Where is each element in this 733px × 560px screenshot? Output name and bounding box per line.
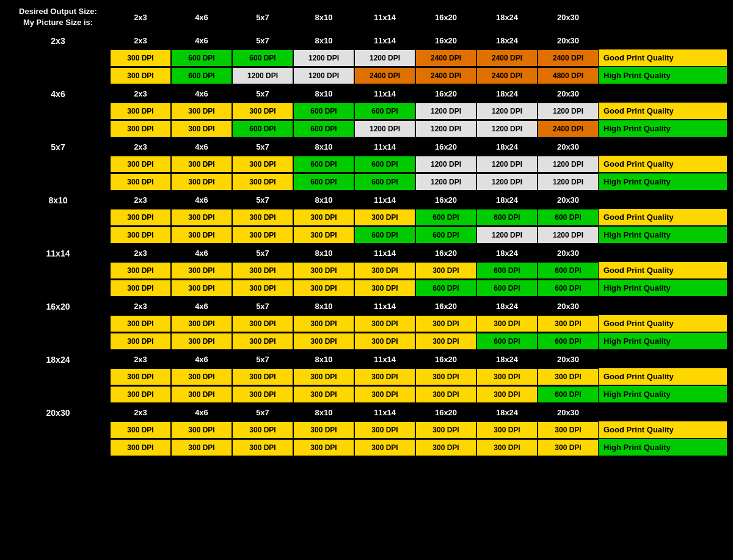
row-label: 4x6 — [6, 89, 110, 99]
cells: 300 DPI300 DPI300 DPI300 DPI300 DPI300 D… — [110, 263, 599, 278]
dpi-cell: 600 DPI — [172, 50, 232, 66]
sub-col-header: 5x7 — [232, 300, 293, 313]
dpi-cell: 600 DPI — [477, 209, 537, 225]
sub-col-header: 18x24 — [476, 406, 538, 419]
dpi-cell: 1200 DPI — [355, 121, 415, 137]
dpi-cell: 300 DPI — [538, 369, 598, 385]
data-row: 300 DPI300 DPI300 DPI300 DPI300 DPI300 D… — [6, 262, 727, 278]
cells: 300 DPI600 DPI600 DPI1200 DPI1200 DPI240… — [110, 50, 599, 66]
dpi-cell: 300 DPI — [477, 422, 537, 438]
cells: 300 DPI300 DPI300 DPI300 DPI300 DPI300 D… — [110, 333, 599, 349]
dpi-cell: 300 DPI — [172, 440, 232, 456]
sub-col-headers: 2x34x65x78x1011x1416x2018x2420x30 — [110, 140, 599, 153]
dpi-cell: 300 DPI — [416, 440, 476, 456]
row-label: 2x3 — [6, 36, 110, 46]
dpi-cell: 300 DPI — [111, 263, 170, 278]
dpi-cell: 300 DPI — [294, 316, 354, 332]
dpi-cell: 300 DPI — [477, 387, 537, 402]
cells: 300 DPI300 DPI300 DPI600 DPI600 DPI1200 … — [110, 156, 599, 172]
sub-col-header: 16x20 — [415, 353, 476, 366]
dpi-cell: 300 DPI — [111, 387, 170, 402]
dpi-cell: 600 DPI — [294, 156, 354, 172]
sub-header-row: 16x202x34x65x78x1011x1416x2018x2420x30 — [6, 297, 727, 315]
sub-col-header: 20x30 — [538, 300, 599, 313]
row-label: 11x14 — [6, 249, 110, 258]
data-row: 300 DPI300 DPI300 DPI600 DPI600 DPI1200 … — [6, 156, 727, 172]
dpi-cell: 300 DPI — [416, 263, 476, 278]
dpi-cell: 600 DPI — [416, 227, 476, 243]
dpi-cell: 1200 DPI — [477, 156, 537, 172]
high-quality-label: High Print Quality — [599, 67, 727, 84]
sub-col-header: 20x30 — [538, 194, 599, 206]
dpi-cell: 1200 DPI — [416, 121, 476, 137]
dpi-cell: 300 DPI — [111, 103, 170, 119]
sub-col-header: 2x3 — [110, 247, 171, 260]
dpi-cell: 300 DPI — [233, 174, 293, 190]
dpi-cell: 1200 DPI — [416, 103, 476, 119]
dpi-cell: 300 DPI — [172, 316, 232, 332]
data-row: 300 DPI300 DPI300 DPI600 DPI600 DPI1200 … — [6, 103, 727, 119]
dpi-cell: 2400 DPI — [538, 50, 598, 66]
dpi-cell: 300 DPI — [416, 369, 476, 385]
high-quality-label: High Print Quality — [599, 386, 727, 402]
dpi-cell: 1200 DPI — [416, 174, 476, 190]
dpi-cell: 300 DPI — [538, 440, 598, 456]
dpi-cell: 4800 DPI — [538, 68, 598, 84]
good-quality-label: Good Print Quality — [599, 262, 727, 278]
sub-col-headers: 2x34x65x78x1011x1416x2018x2420x30 — [110, 406, 599, 419]
good-quality-label: Good Print Quality — [599, 49, 727, 66]
dpi-cell: 300 DPI — [294, 227, 354, 243]
dpi-cell: 600 DPI — [477, 280, 537, 296]
dpi-cell: 1200 DPI — [538, 227, 598, 243]
sub-col-header: 20x30 — [538, 34, 599, 47]
dpi-cell: 300 DPI — [172, 156, 232, 172]
good-quality-label: Good Print Quality — [599, 421, 727, 438]
data-row: 300 DPI300 DPI300 DPI300 DPI300 DPI300 D… — [6, 315, 727, 332]
sub-header-row: 18x242x34x65x78x1011x1416x2018x2420x30 — [6, 351, 727, 368]
dpi-cell: 300 DPI — [172, 422, 232, 438]
dpi-cell: 1200 DPI — [538, 156, 598, 172]
good-quality-label: Good Print Quality — [599, 156, 727, 172]
col-header-18x24: 18x24 — [476, 10, 538, 24]
dpi-cell: 600 DPI — [355, 156, 415, 172]
sub-col-header: 8x10 — [293, 353, 354, 366]
cells: 300 DPI600 DPI1200 DPI1200 DPI2400 DPI24… — [110, 68, 599, 84]
dpi-cell: 600 DPI — [538, 209, 598, 225]
sub-col-header: 4x6 — [171, 300, 232, 313]
dpi-cell: 600 DPI — [355, 174, 415, 190]
dpi-cell: 300 DPI — [233, 422, 293, 438]
sub-header-row: 8x102x34x65x78x1011x1416x2018x2420x30 — [6, 191, 727, 209]
dpi-cell: 300 DPI — [111, 121, 170, 137]
dpi-cell: 300 DPI — [172, 121, 232, 137]
data-row: 300 DPI300 DPI300 DPI300 DPI300 DPI300 D… — [6, 333, 727, 349]
dpi-cell: 600 DPI — [355, 227, 415, 243]
sub-col-header: 4x6 — [171, 353, 232, 366]
sub-col-header: 2x3 — [110, 353, 171, 366]
sub-col-header: 4x6 — [171, 140, 232, 153]
sub-col-header: 20x30 — [538, 247, 599, 260]
data-row: 300 DPI300 DPI300 DPI300 DPI600 DPI600 D… — [6, 227, 727, 243]
dpi-cell: 300 DPI — [111, 440, 170, 456]
sub-col-header: 2x3 — [110, 87, 171, 100]
dpi-cell: 1200 DPI — [294, 68, 354, 84]
dpi-cell: 1200 DPI — [294, 50, 354, 66]
dpi-cell: 300 DPI — [477, 369, 537, 385]
sub-col-header: 2x3 — [110, 406, 171, 419]
dpi-cell: 300 DPI — [111, 50, 170, 66]
dpi-cell: 300 DPI — [477, 316, 537, 332]
section-20x30: 20x302x34x65x78x1011x1416x2018x2420x3030… — [6, 404, 727, 456]
good-quality-label: Good Print Quality — [599, 209, 727, 225]
dpi-cell: 2400 DPI — [538, 121, 598, 137]
sub-col-header: 8x10 — [293, 194, 354, 206]
sub-col-header: 16x20 — [415, 194, 476, 206]
cells: 300 DPI300 DPI300 DPI300 DPI300 DPI300 D… — [110, 387, 599, 402]
sub-col-header: 2x3 — [110, 300, 171, 313]
dpi-cell: 300 DPI — [294, 440, 354, 456]
sub-col-header: 8x10 — [293, 34, 354, 47]
dpi-cell: 600 DPI — [294, 103, 354, 119]
cells: 300 DPI300 DPI300 DPI300 DPI300 DPI300 D… — [110, 440, 599, 456]
dpi-cell: 600 DPI — [477, 263, 537, 278]
dpi-cell: 300 DPI — [416, 316, 476, 332]
sub-col-headers: 2x34x65x78x1011x1416x2018x2420x30 — [110, 300, 599, 313]
col-header-5x7: 5x7 — [232, 10, 293, 24]
